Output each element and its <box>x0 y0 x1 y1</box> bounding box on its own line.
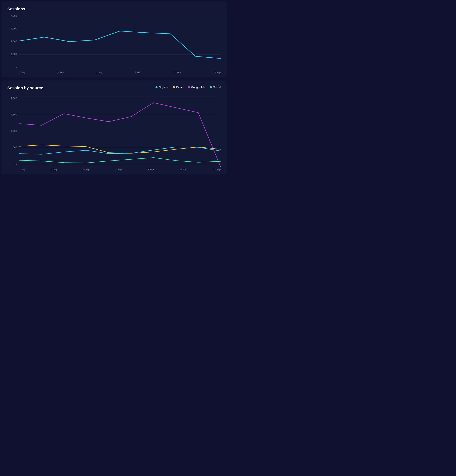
sessions-grid-line <box>19 41 221 42</box>
legend-dot <box>188 86 190 88</box>
legend-label: Direct <box>176 85 183 89</box>
sessions-grid-lines <box>19 15 221 68</box>
source-x-label: 9 Sep <box>148 168 154 171</box>
sessions-x-label: 7 Sep <box>96 71 102 74</box>
legend-item-google-ads: Google Ads <box>188 85 206 89</box>
sessions-grid-line <box>19 54 221 55</box>
session-source-header: Session by source OrganicDirectGoogle Ad… <box>7 85 221 94</box>
source-grid-line <box>19 165 221 165</box>
sessions-chart-title: Sessions <box>7 7 221 11</box>
source-y-label: 1,500 <box>11 113 17 116</box>
sessions-x-label: 11 Sep <box>173 71 181 74</box>
source-x-label: 7 Sep <box>115 168 122 171</box>
source-grid-line <box>19 114 221 114</box>
session-source-y-axis: 2,0001,5001,0005000 <box>7 97 18 165</box>
sessions-y-label: 4,000 <box>11 15 17 17</box>
legend-item-direct: Direct <box>173 85 183 89</box>
session-source-chart-inner: 1 Sep3 Sep5 Sep7 Sep9 Sep11 Sep13 Sep <box>19 97 221 171</box>
source-y-label: 0 <box>16 162 17 165</box>
source-grid-line <box>19 131 221 131</box>
sessions-x-label: 5 Sep <box>58 71 64 74</box>
legend-label: Social <box>213 85 221 89</box>
source-x-label: 1 Sep <box>19 168 25 171</box>
sessions-y-label: 3,000 <box>11 27 17 30</box>
session-source-x-axis: 1 Sep3 Sep5 Sep7 Sep9 Sep11 Sep13 Sep <box>19 167 221 171</box>
sessions-y-label: 1,000 <box>11 53 17 55</box>
source-x-label: 5 Sep <box>83 168 90 171</box>
sessions-chart-inner: 3 Sep5 Sep7 Sep9 Sep11 Sep13 Sep <box>19 15 221 74</box>
session-source-chart-area: 2,0001,5001,0005000 1 Sep3 Sep5 Sep7 Sep… <box>7 97 221 171</box>
sessions-y-axis: 4,0003,0002,0001,0000 <box>7 15 18 68</box>
sessions-grid-line <box>19 28 221 28</box>
source-grid-line <box>19 97 221 97</box>
legend-dot <box>155 86 158 88</box>
legend-label: Organic <box>159 85 169 89</box>
sessions-grid-line <box>19 68 221 68</box>
sessions-x-axis: 3 Sep5 Sep7 Sep9 Sep11 Sep13 Sep <box>19 70 221 74</box>
sessions-x-label: 9 Sep <box>135 71 141 74</box>
sessions-chart-container: Sessions 4,0003,0002,0001,0000 3 Sep5 Se… <box>1 1 227 77</box>
sessions-chart-area: 4,0003,0002,0001,0000 3 Sep5 Sep7 Sep9 S… <box>7 15 221 74</box>
session-source-legend: OrganicDirectGoogle AdsSocial <box>155 85 221 89</box>
source-x-label: 13 Sep <box>213 168 221 171</box>
source-x-label: 3 Sep <box>51 168 57 171</box>
legend-label: Google Ads <box>191 85 206 89</box>
legend-item-organic: Organic <box>155 85 169 89</box>
session-source-grid-lines <box>19 97 221 165</box>
sessions-x-label: 13 Sep <box>213 71 221 74</box>
session-source-chart-container: Session by source OrganicDirectGoogle Ad… <box>1 80 227 175</box>
legend-dot <box>173 86 175 88</box>
legend-dot <box>210 86 212 88</box>
session-source-chart-title: Session by source <box>7 85 43 90</box>
source-y-label: 500 <box>13 146 17 149</box>
legend-item-social: Social <box>210 85 221 89</box>
source-x-label: 11 Sep <box>180 168 187 171</box>
sessions-y-label: 0 <box>16 66 17 68</box>
sessions-x-label: 3 Sep <box>19 71 25 74</box>
sessions-y-label: 2,000 <box>11 40 17 42</box>
source-y-label: 1,000 <box>11 130 17 132</box>
source-y-label: 2,000 <box>11 97 17 99</box>
